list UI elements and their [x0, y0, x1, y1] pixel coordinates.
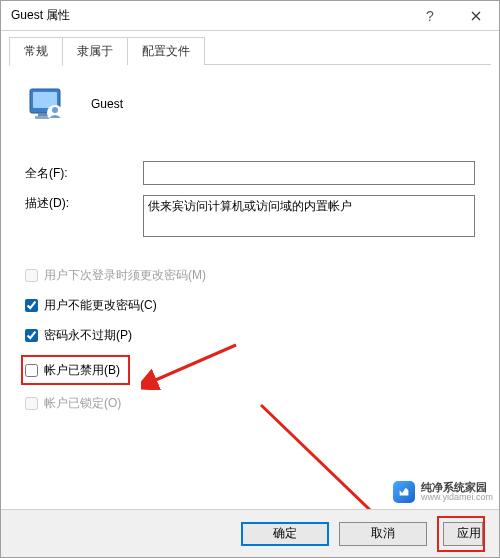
user-name-label: Guest	[91, 97, 123, 111]
description-label: 描述(D):	[25, 195, 143, 212]
check-must-change: 用户下次登录时须更改密码(M)	[25, 265, 475, 285]
user-header: Guest	[25, 83, 475, 125]
tab-bar: 常规 隶属于 配置文件	[1, 31, 499, 65]
check-cannot-change-label: 用户不能更改密码(C)	[44, 297, 157, 314]
apply-highlight: 应用	[437, 516, 485, 552]
check-never-expires-box[interactable]	[25, 329, 38, 342]
tab-general[interactable]: 常规	[9, 37, 63, 66]
dialog-window: Guest 属性 常规 隶属于 配置文件 Guest	[0, 0, 500, 558]
check-cannot-change-box[interactable]	[25, 299, 38, 312]
tab-member-of[interactable]: 隶属于	[62, 37, 128, 65]
close-button[interactable]	[453, 1, 499, 31]
watermark-icon	[393, 481, 415, 503]
check-account-locked-label: 帐户已锁定(O)	[44, 395, 121, 412]
check-account-disabled-label: 帐户已禁用(B)	[44, 362, 120, 379]
fullname-row: 全名(F):	[25, 161, 475, 185]
check-account-disabled-box[interactable]	[25, 364, 38, 377]
check-cannot-change[interactable]: 用户不能更改密码(C)	[25, 295, 475, 315]
apply-button[interactable]: 应用	[443, 522, 483, 546]
help-button[interactable]	[407, 1, 453, 31]
check-must-change-label: 用户下次登录时须更改密码(M)	[44, 267, 206, 284]
fullname-label: 全名(F):	[25, 165, 143, 182]
svg-point-5	[52, 107, 58, 113]
ok-button[interactable]: 确定	[241, 522, 329, 546]
check-never-expires[interactable]: 密码永不过期(P)	[25, 325, 475, 345]
user-icon	[25, 83, 67, 125]
checkbox-group: 用户下次登录时须更改密码(M) 用户不能更改密码(C) 密码永不过期(P) 帐户…	[25, 265, 475, 413]
watermark-url: www.yidamei.com	[421, 493, 493, 503]
tab-content: Guest 全名(F): 描述(D): 用户下次登录时须更改密码(M) 用户不能…	[1, 65, 499, 557]
fullname-input[interactable]	[143, 161, 475, 185]
check-never-expires-label: 密码永不过期(P)	[44, 327, 132, 344]
cancel-button[interactable]: 取消	[339, 522, 427, 546]
watermark: 纯净系统家园 www.yidamei.com	[393, 481, 493, 503]
check-account-disabled[interactable]: 帐户已禁用(B)	[25, 360, 120, 380]
check-must-change-box	[25, 269, 38, 282]
description-row: 描述(D):	[25, 195, 475, 237]
description-input[interactable]	[143, 195, 475, 237]
check-account-locked: 帐户已锁定(O)	[25, 393, 475, 413]
title-bar: Guest 属性	[1, 1, 499, 31]
button-row: 确定 取消 应用	[1, 509, 499, 557]
window-title: Guest 属性	[11, 7, 407, 24]
check-account-locked-box	[25, 397, 38, 410]
disabled-highlight: 帐户已禁用(B)	[21, 355, 130, 385]
tab-profile[interactable]: 配置文件	[127, 37, 205, 65]
